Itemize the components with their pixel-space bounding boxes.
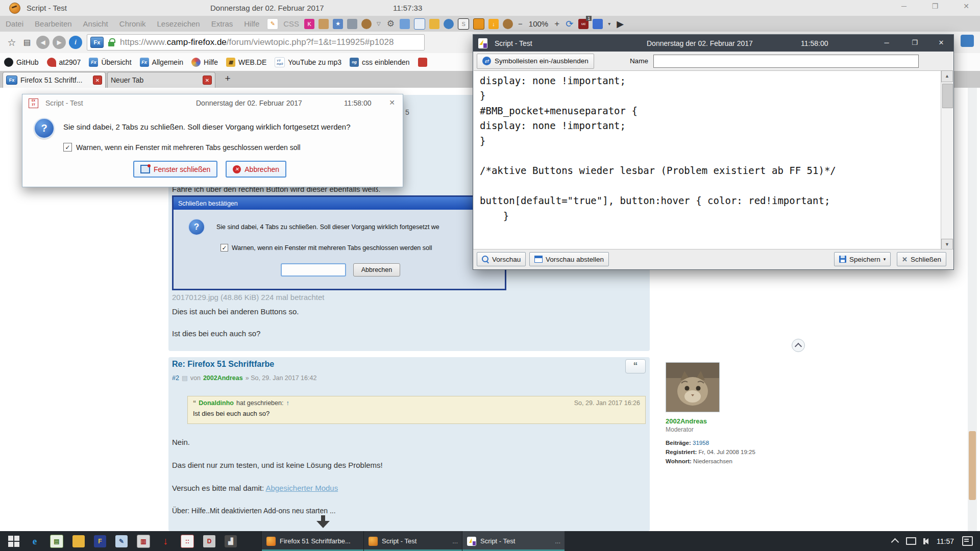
menu-chronik[interactable]: Chronik [119,19,146,28]
dialog-close-icon[interactable]: ✕ [386,98,398,107]
bookmark-youtube-mp3[interactable]: YTmp3YouTube zu mp3 [275,57,341,67]
quote-jump-arrow[interactable]: ↑ [286,399,289,407]
start-button[interactable] [8,536,19,547]
dialog-checkbox-row[interactable]: ✓ Warnen, wenn ein Fenster mit mehreren … [63,143,301,152]
magix-icon[interactable]: K [304,19,314,29]
clipboard-icon[interactable]: ▤ [19,35,35,50]
edge-icon[interactable]: e [29,535,41,547]
download-arrow-icon[interactable]: ↓ [488,19,499,29]
sync-icon[interactable]: ⟳ [566,18,573,30]
editor-maximize-button[interactable]: ❐ [907,39,922,46]
tray-expand-icon[interactable] [891,538,899,546]
tab-firefox-51-schriftfarbe[interactable]: Fx Firefox 51 Schriftf... ✕ [3,72,106,88]
menu-extras[interactable]: Extras [211,19,233,28]
quote-author[interactable]: Donaldinho [199,399,234,407]
bookmark-uebersicht[interactable]: FxÜbersicht [89,58,131,67]
page-scrollbar[interactable] [968,88,977,531]
network-icon[interactable] [906,537,916,545]
bookmark-webde[interactable]: ▦WEB.DE [226,58,266,67]
play-icon[interactable]: ▶ [617,18,624,30]
yellow-folder-icon[interactable] [429,19,439,29]
tab-close-icon[interactable]: ✕ [203,76,212,85]
ublock-shield-icon[interactable]: uc 1 [578,19,589,29]
close-button[interactable]: ✕ [959,2,974,10]
info-icon[interactable]: i [69,36,82,49]
notepad-icon[interactable]: ▤ [50,535,63,548]
bookmark-css-einblenden[interactable]: ogcss einblenden [350,58,409,67]
search-box-icon[interactable] [473,18,484,30]
notification-center-icon[interactable] [962,536,973,546]
notes-pencil-icon[interactable]: ✎ [267,18,278,30]
vorschau-button[interactable]: Vorschau [477,252,526,266]
bookmark-at2907[interactable]: at2907 [47,58,81,67]
folder-icon[interactable] [72,535,85,547]
bookmark-hilfe[interactable]: Hilfe [191,58,218,67]
forward-button[interactable]: ▶ [53,36,66,49]
post-title-link[interactable]: Re: Firefox 51 Schriftfarbe [172,360,274,369]
tab-close-icon[interactable]: ✕ [93,76,102,85]
post-author-link[interactable]: 2002Andreas [203,374,243,382]
profile-username-link[interactable]: 2002Andreas [666,417,793,425]
editor-minimize-button[interactable]: ─ [879,39,894,46]
f-app-icon[interactable]: F [94,535,106,547]
post-number-link[interactable]: #2 [172,374,179,382]
vorschau-abstellen-button[interactable]: Vorschau abstellen [529,252,609,266]
monkey-icon-2[interactable] [503,19,513,29]
abbrechen-button[interactable]: ✕ Abbrechen [226,161,286,178]
code-editor-area[interactable]: display: none !important; } #BMB_pocket+… [474,70,942,251]
taskbar-app-firefox[interactable]: Firefox 51 Schriftfarbe... [261,531,363,551]
menu-bearbeiten[interactable]: Bearbeiten [35,19,72,28]
maximize-button[interactable]: ❐ [927,2,943,10]
camera-icon[interactable]: ▟ [225,535,237,547]
url-bar[interactable]: Fx https://www.camp-firefox.de/forum/vie… [87,34,425,51]
save-dropdown-caret[interactable]: ▾ [884,257,886,262]
blue-folder-icon[interactable] [400,19,410,29]
fenster-schliessen-button[interactable]: Fenster schließen [133,161,217,178]
stylish-icon[interactable]: S [458,18,469,30]
tab-neuer-tab[interactable]: Neuer Tab ✕ [107,72,215,88]
abgesicherter-modus-link[interactable]: Abgesicherter Modus [265,484,338,492]
editor-scrollbar[interactable]: ▲ ▼ [941,70,953,251]
taskbar-app-script-test-2[interactable]: Script - Test ... [462,531,565,551]
red-download-icon[interactable]: ↓ [159,535,172,547]
toggle-toolbars-button[interactable]: ⇄ Symbolleisten ein-/ausblenden [477,54,594,69]
avatar[interactable] [666,362,720,412]
d-app-icon[interactable]: D [203,535,215,547]
broom-icon[interactable] [318,19,329,29]
menu-ansicht[interactable]: Ansicht [83,19,108,28]
bookmark-star-icon[interactable]: ☆ [4,35,19,50]
scroll-to-top-button[interactable] [792,339,805,352]
back-button[interactable]: ◀ [36,36,50,49]
microphone-icon[interactable] [347,19,357,29]
bookmark-allgemein[interactable]: FxAllgemein [140,58,183,67]
minimize-button[interactable]: ─ [896,2,912,10]
scrollbar-thumb[interactable] [969,431,976,500]
taskbar-clock[interactable]: 11:57 [937,537,954,545]
attachment-screenshot[interactable]: Schließen bestätigen ? Sie sind dabei, 4… [172,195,506,290]
taskbar-app-script-test-1[interactable]: Script - Test ... [363,531,462,551]
schliessen-button[interactable]: ✕ Schließen [897,252,946,266]
window-list-icon[interactable] [414,18,425,30]
quote-button[interactable]: “ [625,359,646,373]
post-count-link[interactable]: 31958 [693,440,709,446]
https-lock-icon[interactable] [107,37,116,48]
zoom-in-icon[interactable]: + [554,19,559,29]
sidebar-toggle-icon[interactable] [961,35,974,47]
editor-scrollbar-thumb[interactable] [942,84,953,108]
speichern-button[interactable]: Speichern ▾ [834,252,891,266]
typewriter-icon[interactable]: ▥ [137,535,150,548]
dds-globe-icon[interactable] [444,19,454,29]
feather-icon[interactable]: ✎ [115,535,128,547]
bookmark-github[interactable]: GitHub [4,58,39,67]
zoom-out-icon[interactable]: − [518,19,523,28]
menu-hilfe[interactable]: Hilfe [244,19,259,28]
css-toggle-label[interactable]: CSS [283,19,299,28]
gear-icon[interactable]: ⚙ [387,18,395,29]
name-input[interactable] [653,55,919,68]
pills-icon[interactable]: :: [181,535,194,548]
addons-puzzle-icon[interactable] [593,19,603,29]
monkey-icon[interactable] [361,19,372,29]
zoom-level[interactable]: 100% [529,19,548,28]
dropdown-arrow-icon[interactable]: ▽ [377,21,381,27]
editor-close-button[interactable]: ✕ [934,39,949,46]
